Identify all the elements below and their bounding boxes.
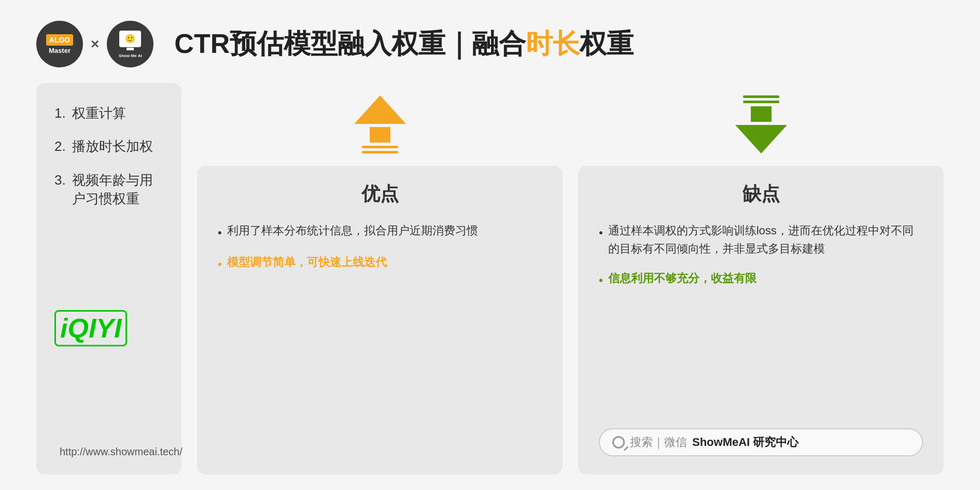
- header: ALGO Master × 🙂 Show Me AI CTR预估模型融入权重｜融…: [36, 21, 944, 67]
- master-text: Master: [49, 47, 71, 54]
- arrow-down-lines: [743, 95, 779, 103]
- up-arrow-orange: [354, 95, 406, 153]
- disadvantages-card: 缺点 • 通过样本调权的方式影响训练loss，进而在优化过程中对不同的目标有不同…: [578, 166, 944, 474]
- arrow-line: [743, 95, 779, 98]
- search-prefix: 搜索｜微信: [630, 435, 687, 450]
- bullet-text: 通过样本调权的方式影响训练loss，进而在优化过程中对不同的目标有不同倾向性，并…: [608, 221, 923, 258]
- bullet-dot: •: [218, 223, 222, 242]
- arrow-line: [743, 101, 779, 103]
- disadvantages-title: 缺点: [599, 181, 923, 207]
- showmeai-logo: 🙂 Show Me AI: [107, 21, 153, 67]
- item-num: 1.: [54, 104, 66, 122]
- bullet-item-highlight: • 模型调节简单，可快速上线迭代: [218, 253, 542, 273]
- x-separator: ×: [91, 36, 99, 52]
- arrow-line: [362, 151, 398, 153]
- item-text: 权重计算: [72, 104, 126, 122]
- bullet-dot: •: [599, 223, 603, 258]
- footer-url: http://www.showmeai.tech/: [60, 446, 183, 458]
- arrow-line: [362, 146, 398, 148]
- left-panel: 1. 权重计算 2. 播放时长加权 3. 视频年龄与用户习惯权重 iQIYI: [36, 83, 181, 474]
- logo-area: ALGO Master × 🙂 Show Me AI: [36, 21, 153, 67]
- advantages-card: 优点 • 利用了样本分布统计信息，拟合用户近期消费习惯 • 模型调节简单，可快速…: [197, 166, 563, 474]
- down-arrow-section: [578, 95, 944, 153]
- arrow-up-head: [354, 95, 406, 124]
- iqiyi-logo-area: iQIYI: [54, 310, 163, 346]
- bullet-item-highlight: • 信息利用不够充分，收益有限: [599, 269, 923, 289]
- title-prefix: CTR预估模型融入权重｜融合: [174, 29, 526, 59]
- page-title: CTR预估模型融入权重｜融合时长权重: [174, 26, 634, 62]
- bullet-dot: •: [218, 255, 222, 273]
- up-arrow-section: [197, 95, 563, 153]
- monitor-face: 🙂: [125, 34, 135, 44]
- bullet-item: • 通过样本调权的方式影响训练loss，进而在优化过程中对不同的目标有不同倾向性…: [599, 221, 923, 258]
- advantages-title: 优点: [218, 181, 542, 207]
- search-box[interactable]: 搜索｜微信 ShowMeAI 研究中心: [599, 428, 923, 456]
- bullet-text: 利用了样本分布统计信息，拟合用户近期消费习惯: [227, 221, 478, 242]
- title-highlight: 时长: [526, 29, 580, 59]
- bullet-item: • 利用了样本分布统计信息，拟合用户近期消费习惯: [218, 221, 542, 242]
- item-text: 播放时长加权: [72, 137, 153, 156]
- arrows-row: [197, 83, 944, 166]
- arrow-up-lines: [362, 146, 398, 153]
- showmeai-label: Show Me AI: [119, 53, 142, 58]
- right-area: 优点 • 利用了样本分布统计信息，拟合用户近期消费习惯 • 模型调节简单，可快速…: [197, 83, 944, 474]
- disadvantages-bullets: • 通过样本调权的方式影响训练loss，进而在优化过程中对不同的目标有不同倾向性…: [599, 221, 923, 290]
- page: ALGO Master × 🙂 Show Me AI CTR预估模型融入权重｜融…: [0, 0, 980, 490]
- arrow-up-body: [370, 127, 390, 143]
- monitor-icon: 🙂: [119, 31, 141, 47]
- bullet-dot: •: [599, 271, 603, 289]
- down-arrow-green: [735, 95, 787, 153]
- iqiyi-text: iQIYI: [60, 313, 121, 344]
- arrow-down-head: [735, 125, 787, 153]
- list-item: 3. 视频年龄与用户习惯权重: [54, 171, 163, 208]
- footer-link: http://www.showmeai.tech/: [54, 444, 163, 459]
- algo-text: ALGO: [49, 36, 70, 44]
- cards-row: 优点 • 利用了样本分布统计信息，拟合用户近期消费习惯 • 模型调节简单，可快速…: [197, 166, 944, 474]
- algo-master-logo: ALGO Master: [36, 21, 83, 67]
- title-suffix: 权重: [580, 29, 634, 59]
- item-num: 3.: [54, 171, 66, 208]
- left-list: 1. 权重计算 2. 播放时长加权 3. 视频年龄与用户习惯权重: [54, 104, 163, 223]
- list-item: 2. 播放时长加权: [54, 137, 163, 156]
- item-text: 视频年龄与用户习惯权重: [72, 171, 163, 208]
- bullet-text: 模型调节简单，可快速上线迭代: [227, 253, 387, 273]
- main-content: 1. 权重计算 2. 播放时长加权 3. 视频年龄与用户习惯权重 iQIYI: [36, 83, 944, 474]
- iqiyi-box: iQIYI: [54, 310, 127, 346]
- item-num: 2.: [54, 137, 66, 156]
- search-brand: ShowMeAI 研究中心: [692, 435, 799, 450]
- advantages-bullets: • 利用了样本分布统计信息，拟合用户近期消费习惯 • 模型调节简单，可快速上线迭…: [218, 221, 542, 273]
- search-icon: [612, 436, 625, 449]
- arrow-down-body: [751, 106, 772, 122]
- list-item: 1. 权重计算: [54, 104, 163, 122]
- bullet-text: 信息利用不够充分，收益有限: [608, 269, 757, 289]
